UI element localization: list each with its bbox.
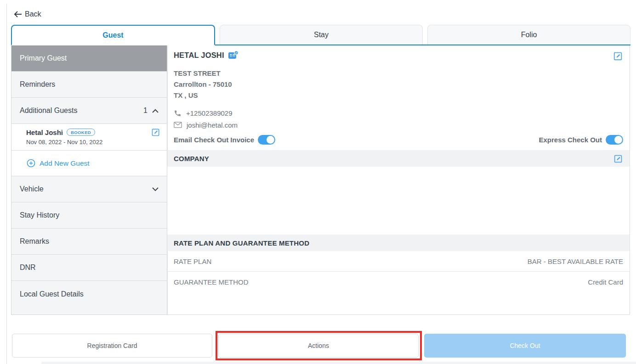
registration-card-button[interactable]: Registration Card <box>12 334 212 358</box>
address-line-2: Carrollton - 75010 <box>174 79 623 90</box>
additional-guest-row[interactable]: Hetal Joshi BOOKED Nov 08, 2022 - Nov 10… <box>11 124 167 151</box>
company-section-header: COMPANY <box>167 150 630 167</box>
content-area: Primary Guest Reminders Additional Guest… <box>11 45 630 315</box>
sidebar-item-remarks[interactable]: Remarks <box>11 229 167 255</box>
bottom-edge-strip <box>41 362 636 364</box>
express-checkout-toggle[interactable] <box>606 135 623 145</box>
guest-address: TEST STREET Carrollton - 75010 TX , US <box>174 68 623 101</box>
additional-guest-name: Hetal Joshi <box>26 129 63 136</box>
sidebar-item-label: Stay History <box>20 211 59 219</box>
tab-stay[interactable]: Stay <box>220 25 423 45</box>
address-line-1: TEST STREET <box>174 68 623 79</box>
sidebar-item-label: Additional Guests <box>20 106 77 115</box>
sidebar-item-label: Local Guest Details <box>20 290 84 298</box>
company-empty-content <box>167 167 630 235</box>
phone-icon <box>174 109 182 117</box>
sidebar: Primary Guest Reminders Additional Guest… <box>11 45 167 315</box>
sidebar-item-label: DNR <box>20 263 36 272</box>
guarantee-method-row: GUARANTEE METHOD Credit Card <box>167 272 630 292</box>
sidebar-item-primary-guest[interactable]: Primary Guest <box>11 45 167 72</box>
tab-guest[interactable]: Guest <box>11 25 215 45</box>
edit-primary-guest-icon[interactable] <box>613 51 623 61</box>
add-new-guest-button[interactable]: Add New Guest <box>11 151 167 176</box>
rate-plan-label: RATE PLAN <box>174 258 211 265</box>
back-label: Back <box>25 10 41 18</box>
tab-folio[interactable]: Folio <box>427 25 630 45</box>
rate-plan-header-label: RATE PLAN AND GUARANTEE METHOD <box>174 239 309 247</box>
edit-company-icon[interactable] <box>613 154 623 163</box>
guest-name-heading: HETAL JOSHI <box>174 51 224 60</box>
sidebar-item-label: Primary Guest <box>20 54 67 62</box>
email-checkout-invoice-label: Email Check Out Invoice <box>174 136 254 144</box>
sidebar-item-vehicle[interactable]: Vehicle <box>11 176 167 202</box>
tab-bar: Guest Stay Folio <box>11 25 630 45</box>
sidebar-item-stay-history[interactable]: Stay History <box>11 202 167 229</box>
sidebar-item-reminders[interactable]: Reminders <box>11 72 167 98</box>
add-new-guest-label: Add New Guest <box>40 159 90 168</box>
express-checkout-label: Express Check Out <box>539 136 602 144</box>
sidebar-item-dnr[interactable]: DNR <box>11 255 167 281</box>
chevron-down-icon <box>152 187 159 191</box>
sidebar-item-additional-guests[interactable]: Additional Guests 1 <box>11 98 167 124</box>
left-divider <box>6 4 7 364</box>
stay-dates: Nov 08, 2022 - Nov 10, 2022 <box>26 139 160 146</box>
sidebar-item-label: Reminders <box>20 80 55 89</box>
sidebar-item-label: Remarks <box>20 237 49 246</box>
additional-guests-count: 1 <box>143 106 148 115</box>
check-out-button[interactable]: Check Out <box>424 334 626 358</box>
sidebar-item-local-guest-details[interactable]: Local Guest Details <box>11 281 167 307</box>
guarantee-method-value: Credit Card <box>588 278 623 286</box>
back-button[interactable]: Back <box>14 10 41 18</box>
actions-button[interactable]: Actions <box>218 334 419 358</box>
email-checkout-invoice-toggle[interactable] <box>258 135 275 145</box>
rate-plan-section-header: RATE PLAN AND GUARANTEE METHOD <box>167 235 630 251</box>
guarantee-method-label: GUARANTEE METHOD <box>174 278 249 286</box>
chevron-up-icon <box>152 109 159 113</box>
rate-plan-value: BAR - BEST AVAILABLE RATE <box>528 258 623 265</box>
rate-plan-row: RATE PLAN BAR - BEST AVAILABLE RATE <box>167 251 630 272</box>
back-arrow-icon <box>14 11 22 18</box>
status-badge: BOOKED <box>67 129 95 136</box>
mail-icon <box>174 122 182 128</box>
sidebar-item-label: Vehicle <box>20 185 44 193</box>
guest-profile-card-icon[interactable] <box>228 50 239 62</box>
footer-actions: Registration Card Actions Check Out <box>12 334 626 358</box>
guest-email: joshi@hetal.com <box>187 121 238 129</box>
plus-circle-icon <box>27 159 35 168</box>
guest-contact: +12502389029 joshi@hetal.com <box>174 107 623 131</box>
company-header-label: COMPANY <box>174 155 209 162</box>
guest-detail-panel: HETAL JOSHI <box>167 45 630 315</box>
edit-guest-icon[interactable] <box>151 128 160 137</box>
address-line-3: TX , US <box>174 90 623 101</box>
guest-phone: +12502389029 <box>186 109 233 117</box>
guest-details-page: Back Guest Stay Folio Primary Guest Remi… <box>0 0 636 364</box>
